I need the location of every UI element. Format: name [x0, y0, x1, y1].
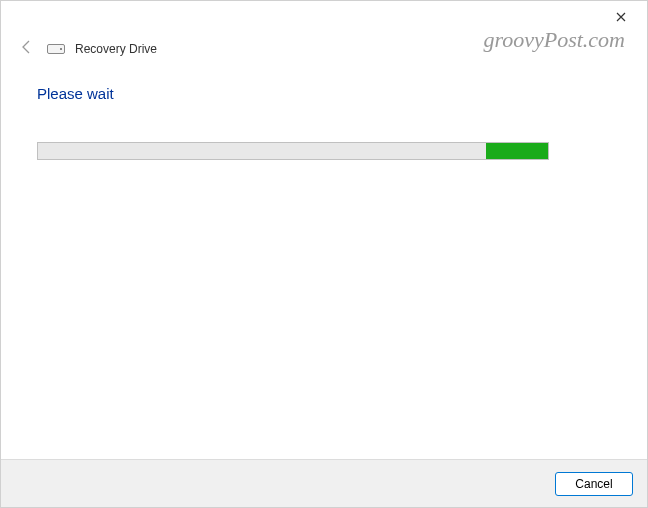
- close-button[interactable]: [607, 3, 635, 31]
- content-area: Please wait: [1, 61, 647, 459]
- progress-segment: [486, 143, 548, 159]
- footer: Cancel: [1, 459, 647, 507]
- back-arrow-icon: [19, 39, 35, 59]
- progress-bar: [37, 142, 549, 160]
- cancel-button[interactable]: Cancel: [555, 472, 633, 496]
- status-text: Please wait: [37, 85, 611, 102]
- svg-point-1: [60, 48, 62, 50]
- drive-icon: [47, 43, 65, 55]
- app-title: Recovery Drive: [75, 42, 157, 56]
- header-row: Recovery Drive: [1, 33, 647, 61]
- titlebar: [1, 1, 647, 33]
- back-button: [17, 39, 37, 59]
- close-icon: [616, 9, 626, 25]
- recovery-drive-wizard-window: Recovery Drive Please wait Cancel groovy…: [0, 0, 648, 508]
